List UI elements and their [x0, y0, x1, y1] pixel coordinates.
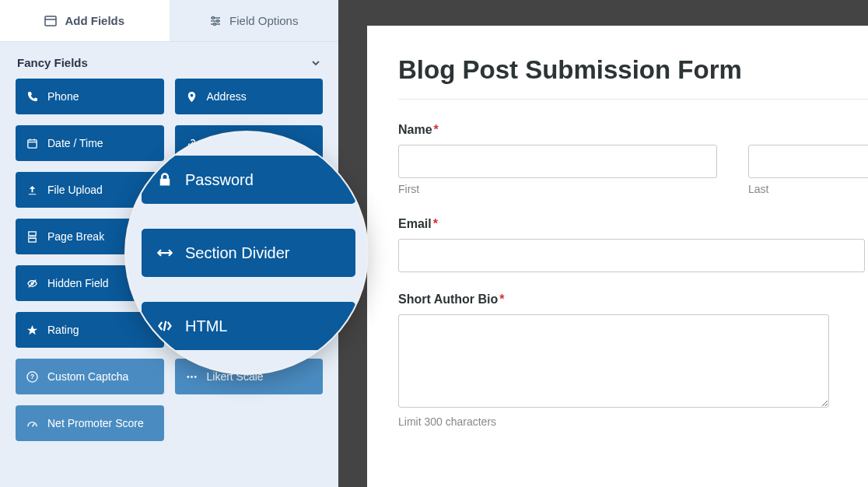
required-asterisk: * [433, 217, 438, 230]
char-limit-text: Limit 300 characters [398, 415, 868, 428]
field-email: Email* [398, 217, 868, 272]
svg-point-7 [214, 23, 216, 25]
label-text: Name [398, 123, 432, 136]
last-name-input[interactable] [748, 145, 868, 178]
field-label: Section Divider [185, 244, 290, 262]
section-header-fancy-fields[interactable]: Fancy Fields [0, 42, 338, 79]
label-text: Short Author Bio [398, 293, 498, 306]
phone-icon [26, 91, 38, 103]
chevron-down-icon [310, 58, 321, 68]
required-asterisk: * [499, 293, 504, 306]
field-label: Phone [47, 90, 79, 103]
divider-icon [157, 245, 173, 261]
svg-line-25 [33, 423, 35, 426]
svg-rect-13 [29, 238, 36, 242]
field-rating[interactable]: Rating [16, 312, 164, 348]
section-title: Fancy Fields [17, 56, 88, 69]
svg-marker-19 [27, 324, 37, 334]
field-phone[interactable]: Phone [16, 79, 164, 114]
svg-rect-12 [29, 231, 36, 235]
field-custom-captcha[interactable]: ? Custom Captcha [16, 359, 164, 394]
field-label: Page Break [47, 230, 104, 243]
field-label: Date / Time [47, 137, 103, 149]
bio-textarea[interactable] [398, 314, 829, 408]
field-label: Address [207, 90, 247, 103]
field-label: Hidden Field [47, 277, 109, 289]
magnified-password[interactable]: Password [142, 156, 355, 204]
email-input[interactable] [398, 239, 865, 272]
form-title: Blog Post Submission Form [398, 55, 868, 85]
svg-point-22 [187, 376, 189, 378]
field-label: Net Promoter Score [47, 417, 144, 429]
svg-point-23 [191, 376, 193, 378]
required-asterisk: * [434, 123, 439, 136]
tab-label: Field Options [229, 14, 298, 27]
last-sublabel: Last [748, 183, 868, 195]
field-label: Rating [47, 324, 79, 336]
star-icon [26, 324, 38, 336]
form-divider [398, 99, 868, 100]
field-label: File Upload [47, 184, 103, 196]
question-circle-icon: ? [26, 371, 38, 383]
magnified-html[interactable]: HTML [142, 302, 355, 350]
calendar-icon [26, 138, 38, 149]
tab-label: Add Fields [65, 14, 124, 27]
email-label: Email* [398, 217, 868, 231]
svg-text:?: ? [30, 373, 34, 380]
field-net-promoter[interactable]: Net Promoter Score [16, 405, 164, 441]
first-name-input[interactable] [398, 145, 717, 178]
form-preview: Blog Post Submission Form Name* First La… [367, 26, 868, 487]
first-sublabel: First [398, 183, 717, 195]
preview-backdrop: Blog Post Submission Form Name* First La… [367, 26, 868, 487]
field-label: Password [185, 171, 254, 189]
magnified-section-divider[interactable]: Section Divider [142, 229, 355, 277]
svg-point-24 [194, 376, 196, 378]
field-label: HTML [185, 317, 227, 335]
svg-rect-8 [28, 139, 37, 147]
tab-field-options[interactable]: Field Options [170, 0, 339, 41]
field-bio: Short Author Bio* Limit 300 characters [398, 293, 868, 428]
eye-slash-icon [26, 278, 38, 289]
svg-line-27 [164, 321, 166, 331]
label-text: Email [398, 217, 432, 230]
svg-rect-0 [45, 16, 56, 26]
code-icon [157, 318, 173, 334]
page-break-icon [26, 231, 38, 243]
field-name: Name* First Last [398, 123, 868, 195]
form-icon [44, 15, 57, 27]
map-pin-icon [186, 91, 198, 103]
magnifier-lens: Password Section Divider HTML [126, 132, 367, 373]
lock-icon [157, 172, 173, 187]
sliders-icon [209, 15, 222, 27]
field-address[interactable]: Address [175, 79, 324, 114]
svg-point-6 [217, 19, 219, 22]
field-datetime[interactable]: Date / Time [16, 125, 164, 161]
dots-icon [186, 371, 198, 383]
svg-point-5 [212, 16, 215, 19]
dashboard-icon [26, 418, 38, 429]
field-label: Custom Captcha [47, 370, 128, 383]
sidebar-tabs: Add Fields Field Options [0, 0, 338, 42]
upload-icon [26, 184, 38, 196]
name-label: Name* [398, 123, 868, 137]
tab-add-fields[interactable]: Add Fields [0, 0, 170, 41]
bio-label: Short Author Bio* [398, 293, 868, 307]
